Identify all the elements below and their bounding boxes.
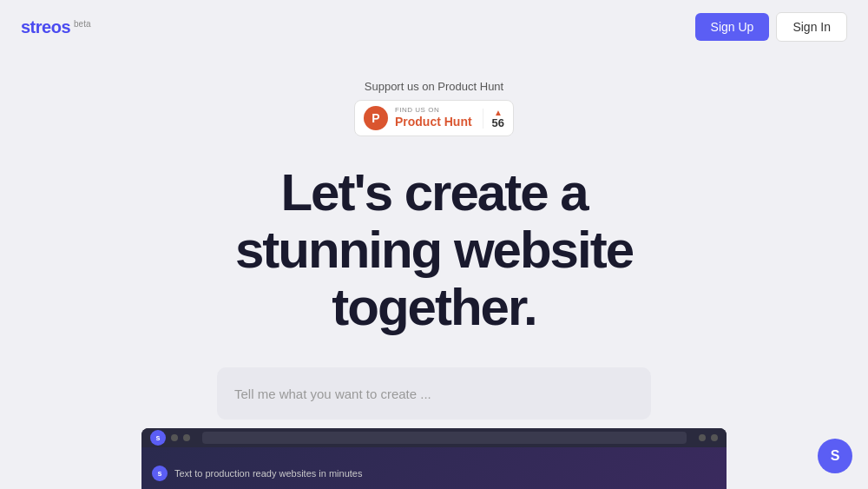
logo-text: streos: [21, 17, 70, 37]
browser-mockup: s s Text to production ready websites in…: [141, 428, 727, 489]
browser-tagline: Text to production ready websites in min…: [174, 468, 362, 479]
main-content: Support us on Product Hunt P FIND US ON …: [0, 54, 868, 420]
logo-area: streos beta: [21, 17, 91, 37]
avatar-letter: S: [831, 448, 840, 464]
browser-dot-1: [171, 434, 178, 441]
hero-headline: Let's create a stunning website together…: [235, 164, 633, 336]
product-hunt-icon: P: [364, 106, 388, 130]
browser-dot-3: [699, 434, 706, 441]
headline-line3: together.: [332, 278, 536, 336]
input-placeholder-text: Tell me what you want to create ...: [234, 387, 431, 401]
beta-badge: beta: [74, 19, 90, 29]
upvote-arrow-icon: ▲: [494, 109, 503, 117]
vote-count: 56: [492, 117, 504, 129]
browser-content: s Text to production ready websites in m…: [141, 447, 727, 489]
headline-line1: Let's create a: [280, 163, 587, 221]
header-buttons: Sign Up Sign In: [695, 12, 847, 42]
find-us-label: FIND US ON: [395, 107, 472, 114]
browser-logo: s: [150, 430, 166, 446]
product-hunt-badge[interactable]: P FIND US ON Product Hunt ▲ 56: [354, 100, 514, 136]
vote-area: ▲ 56: [483, 109, 504, 129]
header: streos beta Sign Up Sign In: [0, 0, 868, 54]
browser-bar: s: [141, 428, 727, 447]
headline-line2: stunning website: [235, 221, 633, 279]
browser-inner-logo: s: [152, 466, 168, 481]
signin-button[interactable]: Sign In: [776, 12, 847, 42]
support-text: Support us on Product Hunt: [365, 80, 503, 93]
browser-url-bar: [202, 432, 687, 444]
browser-dot-2: [183, 434, 190, 441]
avatar-button[interactable]: S: [818, 439, 852, 473]
product-hunt-name: Product Hunt: [395, 114, 472, 129]
create-input-area[interactable]: Tell me what you want to create ...: [217, 367, 651, 420]
product-hunt-text: FIND US ON Product Hunt: [395, 107, 472, 129]
signup-button[interactable]: Sign Up: [695, 13, 770, 41]
browser-dot-4: [711, 434, 718, 441]
